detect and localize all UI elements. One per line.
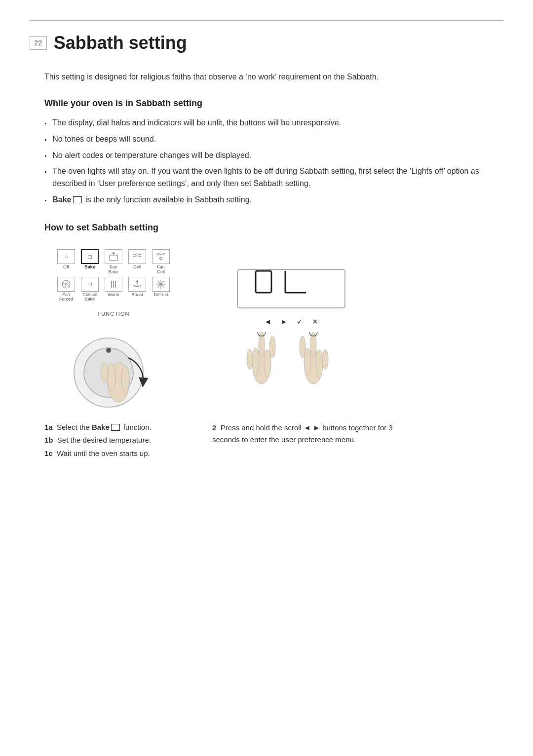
grid-cell-classic-bake: □ ClassicBake (79, 277, 100, 302)
confirm-btn: ✓ (297, 316, 303, 328)
intro-text: This setting is designed for religious f… (44, 71, 489, 83)
grid-cell-fan-bake: FanBake (103, 249, 124, 275)
diagram-left: ○ Off □ Bake FanBake (44, 249, 183, 412)
scroll-right-btn: ► (280, 316, 288, 328)
grid-cell-warm: Warm (103, 277, 124, 302)
svg-point-34 (316, 350, 323, 378)
bake-icon-inline (73, 196, 82, 203)
svg-point-26 (252, 348, 259, 376)
svg-point-28 (247, 349, 253, 369)
svg-point-36 (300, 336, 305, 358)
scroll-left-btn: ◄ (264, 316, 271, 328)
bullet-1: The display, dial halos and indicators w… (44, 117, 489, 129)
steps-row: 1a Select the Bake function. 1b Set the … (44, 422, 503, 461)
diagrams-row: ○ Off □ Bake FanBake (44, 249, 503, 412)
svg-point-29 (269, 336, 275, 358)
bullet-3: No alert codes or temperature changes wi… (44, 150, 489, 162)
svg-marker-3 (159, 257, 162, 260)
dial-diagram (64, 323, 163, 412)
steps-right: 2 Press and hold the scroll ◄ ► buttons … (212, 422, 400, 461)
svg-point-27 (264, 350, 271, 378)
grid-cell-roast: Roast (127, 277, 148, 302)
sabbath-bullets: The display, dial halos and indicators w… (44, 117, 489, 206)
grid-cell-bake: □ Bake (79, 249, 100, 275)
svg-point-19 (108, 364, 115, 391)
section2-heading: How to set Sabbath setting (44, 221, 489, 234)
grid-cell-fan-grill: FanGrill (151, 249, 171, 275)
display-panel (237, 269, 345, 308)
svg-marker-2 (112, 252, 115, 254)
section1-heading: While your oven is in Sabbath setting (44, 97, 489, 110)
grid-row-2: FanForced □ ClassicBake (56, 277, 171, 302)
cancel-btn: ✕ (312, 316, 318, 328)
section2: How to set Sabbath setting ○ Off □ Bake (30, 221, 503, 461)
svg-point-21 (101, 363, 108, 382)
step-1a: 1a Select the Bake function. (44, 422, 183, 433)
grid-cell-off: ○ Off (56, 249, 76, 275)
display-chars (252, 267, 331, 310)
bullet-2: No tones or beeps will sound. (44, 133, 489, 146)
grid-row-1: ○ Off □ Bake FanBake (56, 249, 171, 275)
svg-point-20 (121, 366, 129, 393)
bake-icon-step (111, 424, 120, 431)
svg-rect-0 (110, 255, 117, 261)
svg-point-4 (62, 280, 70, 288)
hands-diagram (237, 332, 345, 391)
svg-point-35 (322, 349, 328, 369)
grid-cell-grill: Grill (127, 249, 148, 275)
page-number: 22 (30, 36, 47, 50)
diagram-right: ◄ ► ✓ ✕ (212, 269, 370, 392)
page-title: Sabbath setting (54, 30, 187, 56)
page-header: 22 Sabbath setting (30, 20, 503, 56)
step-1c: 1c Wait until the oven starts up. (44, 448, 183, 459)
bullet-5: Bake is the only function available in S… (44, 194, 489, 206)
steps-left: 1a Select the Bake function. 1b Set the … (44, 422, 183, 461)
step-1b: 1b Set the desired temperature. (44, 435, 183, 446)
grid-cell-defrost: Defrost (151, 277, 171, 302)
step-2-text: 2 Press and hold the scroll ◄ ► buttons … (212, 422, 400, 446)
function-grid: ○ Off □ Bake FanBake (56, 249, 171, 304)
svg-point-17 (106, 348, 111, 353)
grid-cell-fan-forced: FanForced (56, 277, 76, 302)
bullet-4: The oven lights will stay on. If you wan… (44, 165, 489, 190)
svg-point-5 (65, 283, 67, 285)
svg-rect-22 (256, 271, 271, 293)
buttons-row: ◄ ► ✓ ✕ (264, 316, 318, 328)
function-label: FUNCTION (98, 310, 130, 318)
svg-marker-10 (136, 280, 139, 282)
